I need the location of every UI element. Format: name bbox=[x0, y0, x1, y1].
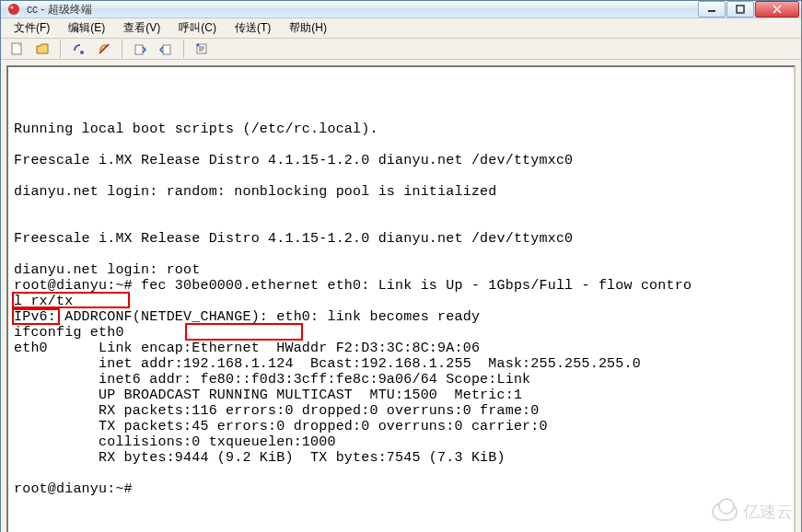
svg-point-15 bbox=[197, 44, 200, 47]
properties-button[interactable] bbox=[192, 39, 212, 59]
svg-point-7 bbox=[80, 51, 84, 54]
menu-help[interactable]: 帮助(H) bbox=[282, 18, 334, 38]
terminal-panel: Running local boot scripts (/etc/rc.loca… bbox=[1, 60, 801, 532]
maximize-button[interactable] bbox=[726, 1, 754, 17]
menu-transfer[interactable]: 传送(T) bbox=[227, 18, 278, 38]
svg-rect-10 bbox=[163, 45, 170, 54]
menu-call[interactable]: 呼叫(C) bbox=[171, 18, 224, 38]
open-button[interactable] bbox=[32, 39, 52, 59]
new-button[interactable] bbox=[6, 39, 27, 59]
separator-icon bbox=[60, 40, 61, 58]
menubar: 文件(F) 编辑(E) 查看(V) 呼叫(C) 传送(T) 帮助(H) bbox=[1, 18, 801, 39]
disconnect-button[interactable] bbox=[94, 39, 114, 59]
minimize-button[interactable] bbox=[698, 1, 726, 17]
separator-icon bbox=[122, 40, 122, 58]
titlebar[interactable]: cc - 超级终端 bbox=[1, 1, 801, 18]
separator-icon bbox=[183, 40, 184, 58]
svg-point-1 bbox=[11, 6, 14, 9]
svg-rect-9 bbox=[135, 45, 143, 54]
terminal[interactable]: Running local boot scripts (/etc/rc.loca… bbox=[6, 65, 796, 532]
toolbar bbox=[1, 39, 801, 60]
menu-view[interactable]: 查看(V) bbox=[116, 18, 168, 38]
window-controls bbox=[698, 1, 799, 17]
app-icon bbox=[6, 2, 21, 17]
app-window: cc - 超级终端 文件(F) 编辑(E) 查看(V) 呼叫(C) 传送(T) … bbox=[0, 0, 802, 532]
send-button[interactable] bbox=[130, 39, 150, 59]
receive-button[interactable] bbox=[156, 39, 176, 59]
connect-button[interactable] bbox=[68, 39, 88, 59]
window-title: cc - 超级终端 bbox=[27, 2, 698, 17]
menu-edit[interactable]: 编辑(E) bbox=[61, 18, 112, 38]
svg-rect-3 bbox=[737, 6, 744, 13]
terminal-output: Running local boot scripts (/etc/rc.loca… bbox=[14, 106, 788, 497]
close-button[interactable] bbox=[755, 1, 799, 17]
menu-file[interactable]: 文件(F) bbox=[6, 18, 57, 38]
svg-point-0 bbox=[8, 4, 19, 15]
